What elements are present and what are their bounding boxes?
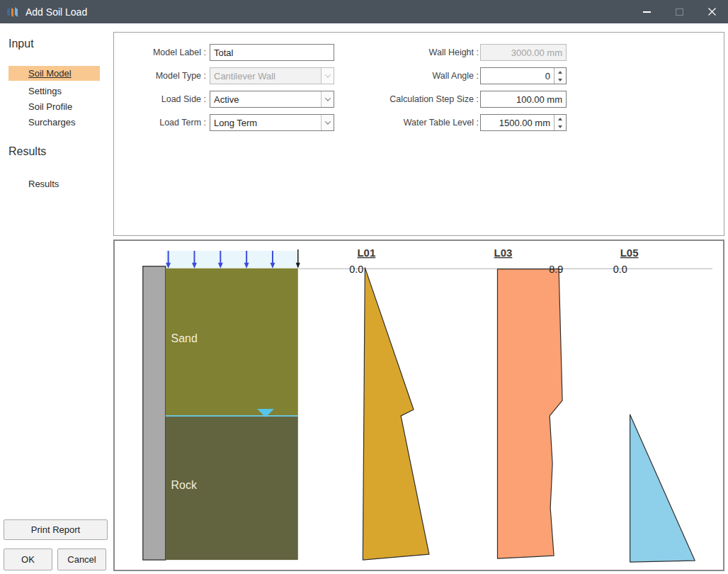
wall-angle-label: Wall Angle :	[344, 71, 479, 81]
load-L03-value: 8.9	[549, 264, 563, 275]
maximize-icon	[676, 9, 683, 16]
water-table-level-input[interactable]	[481, 115, 554, 130]
wall-angle-stepper	[480, 67, 567, 84]
wall-height-label: Wall Height :	[344, 47, 479, 57]
soil-model-form-panel: Model Label : Wall Height : Model Type :…	[113, 32, 724, 236]
chevron-down-icon	[324, 118, 330, 124]
load-term-dropdown-button[interactable]	[321, 115, 334, 130]
load-L05-value: 0.0	[613, 264, 627, 275]
sidebar-item-surcharges[interactable]: Surcharges	[8, 115, 100, 130]
load-L01-label: L01	[357, 247, 375, 259]
calculation-step-size-label: Calculation Step Size :	[344, 94, 479, 104]
spinner-up-icon	[558, 118, 562, 120]
window-controls	[630, 0, 728, 23]
load-side-dropdown-button[interactable]	[321, 91, 334, 107]
sidebar: Input Soil Model Settings Soil Profile S…	[0, 23, 113, 574]
wall-angle-spin-up-button[interactable]	[554, 68, 566, 76]
calculation-step-size-input[interactable]	[480, 91, 567, 108]
model-type-label: Model Type :	[114, 71, 206, 81]
close-icon	[707, 7, 717, 16]
sidebar-heading-input: Input	[8, 38, 34, 50]
soil-load-diagram-panel: Sand Rock L01 0.0 L03 8.9 L05 0.0	[113, 240, 724, 571]
spinner-down-icon	[558, 79, 562, 81]
model-label-label: Model Label :	[114, 47, 206, 57]
close-button[interactable]	[695, 0, 728, 23]
maximize-button	[663, 0, 695, 23]
cancel-button[interactable]: Cancel	[57, 548, 106, 570]
sidebar-item-soil-model[interactable]: Soil Model	[8, 66, 100, 81]
sidebar-heading-results: Results	[8, 145, 46, 158]
load-L03-label: L03	[494, 247, 513, 259]
app-logo-icon	[6, 6, 19, 18]
sidebar-item-soil-profile[interactable]: Soil Profile	[8, 99, 100, 114]
minimize-button[interactable]	[630, 0, 663, 23]
water-table-level-label: Water Table Level :	[344, 118, 479, 128]
model-type-select: Cantilever Wall	[210, 67, 334, 84]
load-side-select[interactable]: Active	[210, 91, 334, 108]
model-type-value: Cantilever Wall	[210, 71, 321, 81]
ok-button[interactable]: OK	[4, 548, 52, 570]
chevron-down-icon	[324, 72, 330, 77]
load-L01-shape	[363, 268, 429, 560]
load-term-select[interactable]: Long Term	[210, 114, 334, 131]
model-label-input[interactable]	[210, 44, 334, 61]
minimize-icon	[643, 11, 651, 13]
chevron-down-icon	[324, 95, 330, 101]
wall-height-input	[480, 44, 567, 61]
window-title: Add Soil Load	[25, 6, 87, 18]
water-table-spin-down-button[interactable]	[554, 123, 566, 130]
load-L01-value: 0.0	[349, 264, 363, 275]
surcharge-band	[166, 251, 298, 269]
spinner-up-icon	[558, 71, 562, 74]
sand-layer-label: Sand	[171, 332, 198, 344]
water-table-level-stepper	[480, 114, 567, 131]
sidebar-item-settings[interactable]: Settings	[8, 84, 100, 99]
load-L05-shape	[630, 415, 695, 562]
load-term-label: Load Term :	[114, 118, 206, 128]
load-side-label: Load Side :	[114, 94, 206, 104]
sidebar-item-results[interactable]: Results	[8, 176, 100, 191]
titlebar: Add Soil Load	[0, 0, 728, 23]
spinner-down-icon	[558, 125, 562, 128]
water-table-spin-up-button[interactable]	[554, 115, 566, 123]
wall-angle-spin-down-button[interactable]	[554, 76, 566, 84]
retaining-wall-shape	[143, 266, 166, 560]
load-side-value: Active	[210, 94, 321, 105]
wall-angle-input[interactable]	[481, 68, 554, 84]
soil-load-diagram: Sand Rock L01 0.0 L03 8.9 L05 0.0	[115, 241, 723, 570]
load-L03-shape	[497, 269, 562, 558]
load-term-value: Long Term	[210, 118, 321, 128]
load-L05-label: L05	[620, 247, 639, 259]
print-report-button[interactable]: Print Report	[4, 519, 108, 540]
model-type-dropdown-button	[321, 68, 334, 84]
rock-layer-label: Rock	[171, 479, 197, 491]
